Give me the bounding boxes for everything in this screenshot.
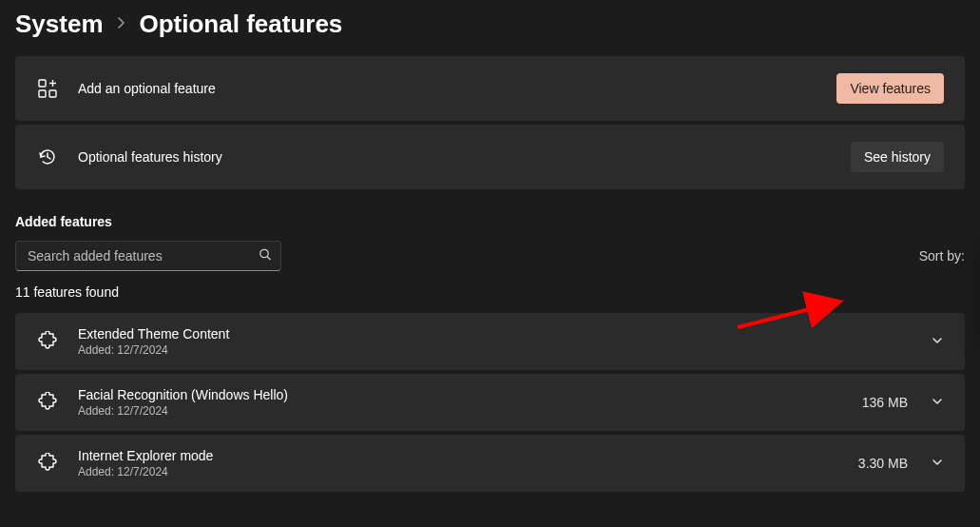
sort-label: Sort by: xyxy=(919,248,965,264)
page-title: Optional features xyxy=(140,10,343,39)
breadcrumb-parent[interactable]: System xyxy=(15,10,104,39)
feature-info: Facial Recognition (Windows Hello)Added:… xyxy=(78,387,843,418)
search-wrap xyxy=(15,241,281,271)
feature-size: 3.30 MB xyxy=(858,456,908,471)
feature-row[interactable]: Extended Theme ContentAdded: 12/7/2024 xyxy=(15,313,965,370)
svg-rect-1 xyxy=(39,90,46,97)
feature-list: Extended Theme ContentAdded: 12/7/2024Fa… xyxy=(15,313,965,492)
feature-count: 11 features found xyxy=(15,284,965,300)
svg-line-6 xyxy=(48,157,50,159)
puzzle-icon xyxy=(36,330,59,353)
feature-row[interactable]: Internet Explorer modeAdded: 12/7/20243.… xyxy=(15,435,965,492)
feature-added: Added: 12/7/2024 xyxy=(78,465,839,478)
add-feature-card: Add an optional feature View features xyxy=(15,56,965,121)
svg-rect-0 xyxy=(39,80,46,87)
chevron-down-icon xyxy=(931,456,944,472)
view-features-button[interactable]: View features xyxy=(836,73,944,104)
feature-row[interactable]: Facial Recognition (Windows Hello)Added:… xyxy=(15,374,965,431)
search-input[interactable] xyxy=(15,241,281,271)
feature-size: 136 MB xyxy=(862,395,908,410)
breadcrumb: System Optional features xyxy=(15,10,965,39)
history-label: Optional features history xyxy=(78,149,832,165)
feature-added: Added: 12/7/2024 xyxy=(78,343,912,357)
added-features-title: Added features xyxy=(15,214,965,229)
feature-name: Extended Theme Content xyxy=(78,326,912,342)
puzzle-icon xyxy=(36,452,59,475)
feature-info: Internet Explorer modeAdded: 12/7/2024 xyxy=(78,448,839,478)
chevron-right-icon xyxy=(117,16,126,33)
chevron-down-icon xyxy=(931,334,944,350)
history-icon xyxy=(36,146,59,168)
chevron-down-icon xyxy=(931,395,944,411)
feature-added: Added: 12/7/2024 xyxy=(78,404,843,418)
feature-name: Internet Explorer mode xyxy=(78,448,839,463)
feature-info: Extended Theme ContentAdded: 12/7/2024 xyxy=(78,326,912,357)
see-history-button[interactable]: See history xyxy=(851,142,944,172)
add-feature-icon xyxy=(36,77,59,100)
sort-area: Sort by: Name Total size Date added xyxy=(919,248,965,264)
history-card: Optional features history See history xyxy=(15,125,965,189)
puzzle-icon xyxy=(36,391,59,414)
add-feature-label: Add an optional feature xyxy=(78,81,817,96)
feature-name: Facial Recognition (Windows Hello) xyxy=(78,387,843,402)
svg-rect-2 xyxy=(49,90,56,97)
